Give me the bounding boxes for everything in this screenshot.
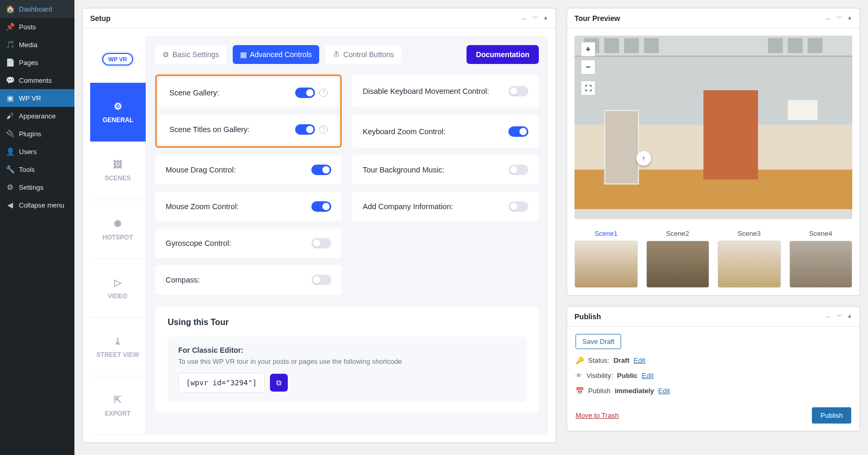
- svg-rect-14: [788, 38, 802, 53]
- media-icon: 🎵: [5, 40, 15, 49]
- metabox-down-icon[interactable]: ﹀: [531, 14, 540, 23]
- publish-title: Publish: [574, 312, 601, 321]
- admin-sidebar: 🏠Dashboard 📌Posts 🎵Media 📄Pages 💬Comment…: [0, 0, 74, 455]
- zoom-out-button[interactable]: −: [581, 60, 595, 74]
- ctrl-company-info: Add Company Information:: [352, 192, 539, 221]
- ctrl-mouse-zoom: Mouse Zoom Control:: [155, 192, 342, 221]
- toggle-scene-titles[interactable]: [295, 124, 315, 135]
- gear-icon: ⚙: [5, 182, 15, 192]
- toggle-compass[interactable]: [311, 275, 331, 285]
- edit-status-link[interactable]: Edit: [634, 356, 645, 364]
- thumb-scene3[interactable]: Scene3: [718, 230, 781, 288]
- nav-users[interactable]: 👤Users: [0, 143, 74, 160]
- nav-media[interactable]: 🎵Media: [0, 36, 74, 53]
- metabox-up-icon[interactable]: ︿: [824, 312, 832, 321]
- using-tour-heading: Using this Tour: [168, 318, 526, 327]
- image-icon: 🖼: [113, 159, 123, 170]
- metabox-down-icon[interactable]: ﹀: [836, 312, 844, 321]
- toggle-mouse-zoom[interactable]: [311, 201, 331, 212]
- metabox-down-icon[interactable]: ﹀: [836, 14, 844, 23]
- thumb-scene2[interactable]: Scene2: [646, 230, 710, 288]
- subtab-advanced[interactable]: ▦Advanced Controls: [233, 45, 319, 64]
- toggle-company-info[interactable]: [508, 201, 528, 212]
- tab-scenes[interactable]: 🖼SCENES: [90, 142, 146, 200]
- settings-icon: ⚙: [162, 50, 169, 59]
- streetview-icon: ⤓: [114, 335, 122, 347]
- shortcode-field[interactable]: [wpvr id="3294"]: [178, 373, 265, 393]
- nav-collapse[interactable]: ◀Collapse menu: [0, 196, 74, 214]
- toggle-scene-gallery[interactable]: [295, 88, 315, 98]
- setup-metabox: Setup ︿ ﹀ ▴ WP VR ⚙GENERAL 🖼SCENES ✺HOTS…: [82, 8, 556, 443]
- edit-visibility-link[interactable]: Edit: [642, 372, 653, 380]
- toggle-keyboard-zoom[interactable]: [508, 126, 528, 137]
- ctrl-keyboard-zoom: Keyboard Zoom Control:: [352, 115, 539, 148]
- target-icon: ✺: [114, 218, 122, 230]
- subtab-buttons[interactable]: ⫚Control Buttons: [326, 45, 402, 64]
- ctrl-gyroscope: Gyroscope Control:: [155, 229, 342, 258]
- nav-wpvr[interactable]: ▣WP VR: [0, 89, 74, 107]
- copy-shortcode-button[interactable]: ⧉: [270, 374, 288, 392]
- svg-rect-10: [604, 38, 619, 53]
- nav-dashboard[interactable]: 🏠Dashboard: [0, 0, 74, 18]
- metabox-up-icon[interactable]: ︿: [520, 14, 528, 23]
- move-to-trash-link[interactable]: Move to Trash: [576, 411, 619, 419]
- zoom-in-button[interactable]: +: [581, 42, 595, 57]
- tour-preview-title: Tour Preview: [574, 14, 620, 23]
- publish-button[interactable]: Publish: [812, 407, 851, 424]
- tab-hotspot[interactable]: ✺HOTSPOT: [90, 200, 146, 259]
- svg-rect-11: [624, 38, 639, 53]
- calendar-icon: 📅: [576, 387, 584, 395]
- tab-general[interactable]: ⚙GENERAL: [90, 83, 146, 142]
- toggle-disable-keyboard-move[interactable]: [508, 86, 528, 96]
- toggle-mouse-drag[interactable]: [311, 165, 331, 175]
- shortcode-hint: For Classic Editor:: [178, 346, 516, 354]
- hotspot-marker[interactable]: ↑: [636, 151, 651, 166]
- fullscreen-button[interactable]: ⛶: [581, 81, 595, 95]
- nav-plugins[interactable]: 🔌Plugins: [0, 125, 74, 143]
- metabox-collapse-icon[interactable]: ▴: [847, 312, 852, 321]
- svg-rect-5: [605, 111, 638, 183]
- save-draft-button[interactable]: Save Draft: [576, 334, 621, 349]
- setup-side-tabs: WP VR ⚙GENERAL 🖼SCENES ✺HOTSPOT ▷VIDEO ⤓…: [90, 36, 146, 435]
- ctrl-mouse-drag: Mouse Drag Control:: [155, 155, 342, 185]
- tab-export[interactable]: ⇱EXPORT: [90, 376, 146, 435]
- export-icon: ⇱: [114, 394, 122, 406]
- tab-street-view[interactable]: ⤓STREET VIEW: [90, 318, 146, 376]
- info-icon[interactable]: ?: [319, 125, 328, 134]
- key-icon: 🔑: [576, 356, 584, 364]
- edit-publish-link[interactable]: Edit: [658, 387, 670, 395]
- thumb-scene1[interactable]: Scene1: [574, 230, 638, 288]
- nav-posts[interactable]: 📌Posts: [0, 18, 74, 36]
- info-icon[interactable]: ?: [319, 89, 328, 97]
- nav-settings[interactable]: ⚙Settings: [0, 178, 74, 196]
- metabox-collapse-icon[interactable]: ▴: [847, 14, 852, 23]
- plug-icon: 🔌: [5, 129, 15, 138]
- svg-rect-3: [703, 90, 758, 179]
- scene-thumbnails: Scene1 Scene2 Scene3 Scene4: [574, 230, 852, 288]
- nav-pages[interactable]: 📄Pages: [0, 53, 74, 71]
- toggle-gyroscope[interactable]: [311, 238, 331, 248]
- collapse-icon: ◀: [5, 200, 15, 210]
- pin-icon: 📌: [5, 22, 15, 31]
- publish-metabox: Publish ︿ ﹀ ▴ Save Draft 🔑Status: Draft …: [567, 306, 860, 431]
- tab-video[interactable]: ▷VIDEO: [90, 259, 146, 318]
- metabox-up-icon[interactable]: ︿: [824, 14, 832, 23]
- nav-comments[interactable]: 💬Comments: [0, 71, 74, 89]
- subtab-basic[interactable]: ⚙Basic Settings: [155, 45, 226, 64]
- svg-rect-7: [574, 56, 852, 57]
- thumb-scene4[interactable]: Scene4: [789, 230, 853, 288]
- vr-icon: ▣: [5, 93, 15, 103]
- ctrl-scene-gallery: Scene Gallery: ?: [159, 78, 338, 107]
- documentation-button[interactable]: Documentation: [466, 45, 539, 64]
- scene-render: [574, 36, 852, 209]
- ctrl-bg-music: Tour Background Music:: [352, 155, 539, 185]
- nav-appearance[interactable]: 🖌Appearance: [0, 107, 74, 125]
- nav-tools[interactable]: 🔧Tools: [0, 160, 74, 178]
- highlighted-gallery-options: Scene Gallery: ? Scene Titles on Gallery…: [155, 74, 342, 148]
- wrench-icon: 🔧: [5, 165, 15, 174]
- preview-viewport[interactable]: + − ⛶ ↑: [574, 36, 852, 219]
- wpvr-logo: WP VR: [90, 36, 146, 83]
- svg-rect-13: [768, 38, 783, 53]
- metabox-collapse-icon[interactable]: ▴: [543, 14, 548, 23]
- toggle-bg-music[interactable]: [508, 165, 528, 175]
